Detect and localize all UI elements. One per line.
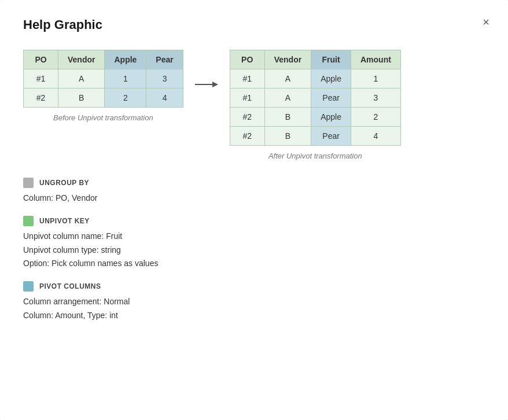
legend-unpivot-header: UNPIVOT KEY	[23, 216, 485, 226]
legend-section: UNGROUP BY Column: PO, Vendor UNPIVOT KE…	[23, 178, 485, 323]
ungroup-label: UNGROUP BY	[39, 179, 89, 187]
unpivot-label: UNPIVOT KEY	[39, 217, 90, 225]
table-row: #1 A Apple 1	[230, 69, 400, 89]
arrow-icon	[195, 79, 218, 90]
unpivot-line-3: Option: Pick column names as values	[23, 257, 485, 271]
cell: Apple	[311, 69, 351, 89]
cell: 3	[146, 69, 183, 89]
after-table-block: PO Vendor Fruit Amount #1 A Apple 1 #1	[230, 50, 401, 160]
help-dialog: Help Graphic × PO Vendor Apple Pear #1 A	[0, 0, 508, 420]
cell: #2	[24, 89, 58, 108]
before-table-block: PO Vendor Apple Pear #1 A 1 3 #2	[23, 50, 183, 122]
before-col-apple: Apple	[105, 50, 146, 69]
cell: 1	[105, 69, 146, 89]
cell: #1	[230, 69, 264, 89]
close-button[interactable]: ×	[480, 14, 492, 30]
after-table-caption: After Unpivot transformation	[268, 152, 362, 160]
cell: 4	[146, 89, 183, 108]
pivot-line-2: Column: Amount, Type: int	[23, 309, 485, 323]
cell: Pear	[311, 89, 351, 108]
table-row: #2 B Apple 2	[230, 108, 400, 127]
cell: B	[264, 108, 311, 127]
cell: 2	[105, 89, 146, 108]
cell: A	[264, 89, 311, 108]
cell: B	[58, 89, 105, 108]
arrow-block	[183, 79, 230, 90]
legend-pivot-columns: PIVOT COLUMNS Column arrangement: Normal…	[23, 281, 485, 323]
cell: A	[58, 69, 105, 89]
before-col-po: PO	[24, 50, 58, 69]
cell: Pear	[311, 127, 351, 146]
ungroup-line-1: Column: PO, Vendor	[23, 191, 485, 205]
dialog-title: Help Graphic	[23, 17, 485, 32]
legend-ungroup: UNGROUP BY Column: PO, Vendor	[23, 178, 485, 205]
cell: #1	[24, 69, 58, 89]
table-row: #2 B Pear 4	[230, 127, 400, 146]
pivot-line-1: Column arrangement: Normal	[23, 295, 485, 309]
unpivot-color-box	[23, 216, 34, 226]
before-col-vendor: Vendor	[58, 50, 105, 69]
cell: #2	[230, 127, 264, 146]
after-col-po: PO	[230, 50, 264, 69]
cell: A	[264, 69, 311, 89]
cell: #1	[230, 89, 264, 108]
unpivot-desc: Unpivot column name: Fruit Unpivot colum…	[23, 230, 485, 271]
before-table: PO Vendor Apple Pear #1 A 1 3 #2	[23, 50, 183, 108]
ungroup-color-box	[23, 178, 34, 188]
ungroup-desc: Column: PO, Vendor	[23, 191, 485, 205]
after-col-vendor: Vendor	[264, 50, 311, 69]
after-col-amount: Amount	[351, 50, 401, 69]
cell: Apple	[311, 108, 351, 127]
legend-ungroup-header: UNGROUP BY	[23, 178, 485, 188]
pivot-label: PIVOT COLUMNS	[39, 282, 101, 290]
table-row: #2 B 2 4	[24, 89, 183, 108]
legend-unpivot-key: UNPIVOT KEY Unpivot column name: Fruit U…	[23, 216, 485, 271]
before-table-caption: Before Unpivot transformation	[53, 113, 153, 122]
legend-pivot-header: PIVOT COLUMNS	[23, 281, 485, 292]
unpivot-line-1: Unpivot column name: Fruit	[23, 230, 485, 244]
pivot-desc: Column arrangement: Normal Column: Amoun…	[23, 295, 485, 323]
cell: B	[264, 127, 311, 146]
table-row: #1 A 1 3	[24, 69, 183, 89]
after-col-fruit: Fruit	[311, 50, 351, 69]
cell: 2	[351, 108, 401, 127]
tables-section: PO Vendor Apple Pear #1 A 1 3 #2	[23, 50, 485, 160]
pivot-color-box	[23, 281, 34, 292]
unpivot-line-2: Unpivot column type: string	[23, 244, 485, 257]
cell: 3	[351, 89, 401, 108]
cell: #2	[230, 108, 264, 127]
after-table: PO Vendor Fruit Amount #1 A Apple 1 #1	[230, 50, 401, 146]
cell: 4	[351, 127, 401, 146]
table-row: #1 A Pear 3	[230, 89, 400, 108]
cell: 1	[351, 69, 401, 89]
svg-marker-1	[212, 82, 218, 87]
before-col-pear: Pear	[146, 50, 183, 69]
